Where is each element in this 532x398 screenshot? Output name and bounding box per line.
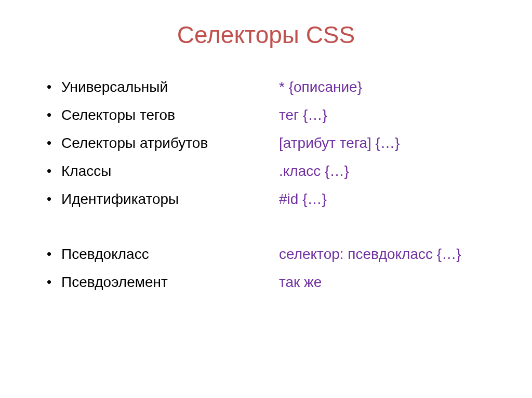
list-item: Идентификаторы: [47, 192, 269, 207]
list-gap: [279, 220, 501, 247]
list-gap: [47, 220, 269, 247]
example-item: селектор: псевдокласс {…}: [279, 247, 501, 262]
left-column: Универсальный Селекторы тегов Селекторы …: [31, 80, 269, 303]
list-item: Селекторы тегов: [47, 108, 269, 122]
example-item: [атрибут тега] {…}: [279, 136, 501, 150]
example-item: * {описание}: [279, 80, 501, 94]
example-item: так же: [279, 275, 501, 290]
example-item: тег {…}: [279, 108, 501, 122]
selector-examples-list: * {описание} тег {…} [атрибут тега] {…} …: [279, 80, 501, 207]
selector-types-list: Универсальный Селекторы тегов Селекторы …: [47, 80, 269, 207]
example-item: #id {…}: [279, 192, 501, 207]
right-column: * {описание} тег {…} [атрибут тега] {…} …: [274, 80, 501, 303]
pseudo-types-list: Псевдокласс Псевдоэлемент: [47, 247, 269, 290]
list-item: Псевдоэлемент: [47, 275, 269, 290]
pseudo-examples-list: селектор: псевдокласс {…} так же: [279, 247, 501, 290]
slide-title: Селекторы CSS: [31, 21, 501, 49]
list-item: Псевдокласс: [47, 247, 269, 262]
list-item: Классы: [47, 164, 269, 179]
content-columns: Универсальный Селекторы тегов Селекторы …: [31, 80, 501, 303]
example-item: .класс {…}: [279, 164, 501, 179]
list-item: Универсальный: [47, 80, 269, 94]
list-item: Селекторы атрибутов: [47, 136, 269, 150]
